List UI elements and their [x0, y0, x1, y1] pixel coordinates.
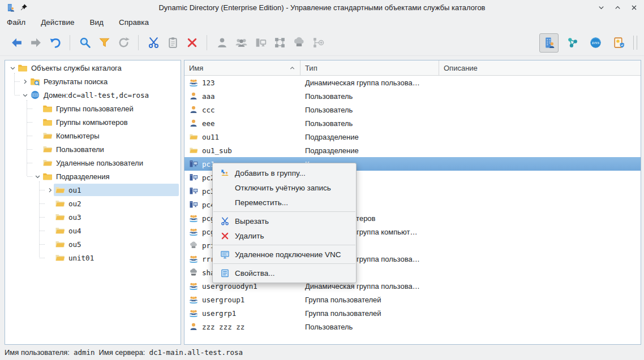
table-row[interactable]: eeeПользователь: [184, 116, 641, 130]
network-dots-teal-icon: [566, 36, 579, 49]
toolbar-grip[interactable]: [633, 36, 637, 50]
tree-item[interactable]: ou5: [5, 237, 181, 251]
table-row[interactable]: cccПользователь: [184, 103, 641, 116]
tree-item-content: Удаленные пользователи: [41, 157, 179, 169]
scissors-icon: [220, 216, 230, 226]
expander-down-icon[interactable]: [33, 172, 41, 180]
tree-item[interactable]: unit01: [5, 251, 181, 264]
toolbar-delete-button[interactable]: [182, 33, 201, 53]
context-menu-item-label: Переместить...: [235, 198, 288, 207]
table-row[interactable]: zzz zzz zzПользователь: [184, 320, 641, 333]
context-menu-item[interactable]: Удалить: [213, 228, 356, 243]
folder-open-icon: [189, 146, 198, 155]
toolbar-back-button[interactable]: [7, 33, 26, 53]
toolbar-undo-button[interactable]: [45, 33, 65, 53]
app-icon: [6, 3, 15, 12]
computer-blue-icon: [189, 186, 198, 196]
tree-item-content: ou1: [54, 184, 179, 196]
tree-item[interactable]: ou3: [5, 210, 181, 224]
table-row[interactable]: ou11Подразделение: [184, 130, 641, 144]
expander-down-icon[interactable]: [8, 64, 16, 72]
context-menu-item[interactable]: Удаленное подключение VNC: [213, 247, 356, 262]
context-menu-item[interactable]: Свойства...: [213, 266, 356, 280]
expander-down-icon[interactable]: [21, 91, 29, 99]
tree-item-content: Домен: dc=all-test,dc=rosa: [29, 89, 179, 101]
folder-open-icon: [189, 132, 198, 141]
toolbar-cut-button[interactable]: [144, 33, 163, 53]
table-row[interactable]: usergroup1Группа пользователей: [184, 293, 641, 306]
folder-icon: [42, 117, 53, 127]
tree-item[interactable]: Пользователи: [5, 142, 181, 156]
tree-item[interactable]: ou1: [5, 183, 181, 197]
tree-item[interactable]: Результаты поиска: [5, 75, 181, 88]
cell-description: [439, 130, 641, 144]
person-blue-icon: [189, 92, 198, 101]
column-header-1[interactable]: Имя: [184, 60, 300, 75]
menu-separator: [213, 263, 355, 264]
toolbar-filter-button[interactable]: [95, 33, 114, 53]
menu-Файл[interactable]: Файл: [7, 18, 25, 27]
folder-open-icon: [42, 144, 53, 154]
cell-type: Пользователь: [300, 89, 439, 103]
context-menu-item[interactable]: Переместить...: [213, 195, 356, 210]
toolbar-separator: [138, 35, 139, 50]
cell-description: [439, 89, 641, 103]
tree-item[interactable]: Подразделения: [5, 170, 181, 183]
context-menu-item[interactable]: Вырезать: [213, 214, 356, 228]
cell-name: 123: [184, 76, 300, 89]
pin-icon[interactable]: [20, 3, 28, 11]
context-menu-item-label: Отключить учётную запись: [235, 184, 331, 192]
tree-item[interactable]: Группы пользователей: [5, 102, 181, 115]
arrow-left-icon: [10, 36, 23, 49]
tree-item-label: Результаты поиска: [44, 77, 108, 86]
column-header-label: Описание: [444, 64, 478, 72]
tree-item-content: Группы компьютеров: [41, 116, 179, 128]
maximize-button[interactable]: [613, 3, 622, 12]
tree-item-content: Подразделения: [41, 170, 179, 183]
cell-type: Подразделение: [300, 130, 439, 144]
tree-item[interactable]: Домен: dc=all-test,dc=rosa: [5, 88, 181, 102]
cell-description: [439, 279, 641, 293]
cell-type: Группа пользователей: [300, 293, 439, 306]
tree-item-content: ou5: [54, 238, 179, 250]
toolbar-view-directory-objects-button[interactable]: [539, 33, 559, 53]
toolbar-view-network-button[interactable]: [563, 33, 582, 53]
tree-item[interactable]: Группы компьютеров: [5, 115, 181, 129]
table-row[interactable]: 123Динамическая группа пользова…: [184, 76, 641, 89]
column-header-2[interactable]: Тип: [300, 60, 439, 75]
table-row[interactable]: ou1_subПодразделение: [184, 144, 641, 157]
expander-right-icon[interactable]: [46, 186, 54, 194]
context-menu-item[interactable]: Отключить учётную запись: [213, 180, 356, 195]
cell-description: [439, 144, 641, 157]
toolbar-view-dns-button[interactable]: DNS: [586, 33, 605, 53]
people-blue-icon: [189, 254, 198, 263]
expander-right-icon[interactable]: [21, 77, 29, 85]
table-row[interactable]: usergrp1Группа пользователей: [184, 306, 641, 320]
table-header: ИмяТипОписание: [184, 60, 641, 76]
menu-separator: [213, 245, 355, 245]
toolbar-view-policies-button[interactable]: [609, 33, 628, 53]
menu-Действие[interactable]: Действие: [41, 18, 74, 27]
cell-description: [439, 103, 641, 116]
tree-item[interactable]: ou2: [5, 197, 181, 210]
toolbar-forward-button: [26, 33, 45, 53]
column-header-3[interactable]: Описание: [439, 60, 641, 75]
tree-item[interactable]: Объекты службы каталога: [5, 61, 181, 75]
folder-open-icon: [55, 239, 65, 249]
tree-item[interactable]: ou4: [5, 224, 181, 237]
tree-item[interactable]: Компьютеры: [5, 129, 181, 142]
toolbar: DNS: [0, 30, 644, 56]
tree-item[interactable]: Удаленные пользователи: [5, 156, 181, 170]
cell-name-text: ccc: [202, 106, 215, 114]
close-button[interactable]: [629, 3, 638, 12]
folder-open-icon: [55, 185, 65, 195]
minimize-button[interactable]: [596, 3, 606, 12]
expander-spacer: [46, 227, 54, 235]
menu-Вид[interactable]: Вид: [90, 18, 104, 27]
toolbar-search-button[interactable]: [75, 33, 95, 53]
building-person-icon: [543, 36, 556, 49]
context-menu-item[interactable]: Добавить в группу...: [213, 166, 356, 180]
table-row[interactable]: aaaПользователь: [184, 89, 641, 103]
network-nodes-gray-icon: [273, 36, 286, 49]
menu-Справка[interactable]: Справка: [119, 18, 149, 27]
